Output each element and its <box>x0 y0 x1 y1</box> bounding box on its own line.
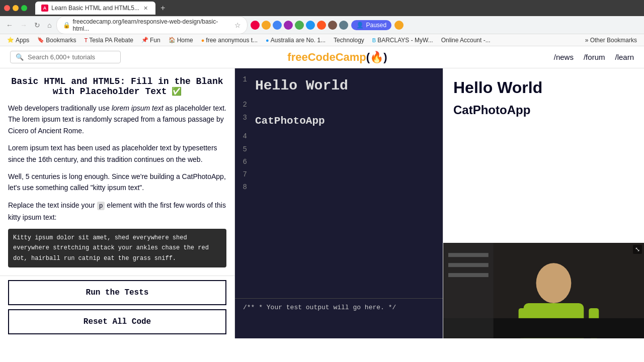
video-area: ⤡ <box>443 243 644 338</box>
code-line: 3CatPhotoApp <box>235 112 443 131</box>
lesson-para-3: Well, 5 centuries is long enough. Since … <box>8 171 226 194</box>
toolbar-icons <box>251 21 348 30</box>
run-tests-button[interactable]: Run the Tests <box>8 280 226 305</box>
refresh-button[interactable]: ↻ <box>32 20 42 30</box>
line-number: 5 <box>235 143 255 156</box>
code-line: 8 <box>235 181 443 194</box>
bookmarks-bar: ⭐ Apps 🔖 Bookmarks T Tesla PA Rebate 📌 F… <box>0 34 644 46</box>
line-code: Hello World <box>255 73 348 99</box>
nav-news[interactable]: /news <box>554 53 574 61</box>
line-number: 4 <box>235 130 255 143</box>
code-line: 2 <box>235 99 443 111</box>
bookmark-other[interactable]: » Other Bookmarks <box>582 36 640 45</box>
url-text: freecodecamp.org/learn/responsive-web-de… <box>72 18 232 32</box>
video-placeholder: ⤡ <box>443 243 644 338</box>
tab-favicon: A <box>41 5 48 12</box>
test-output-text: /** * Your test output will go here. */ <box>243 304 396 311</box>
ext-icon-1[interactable] <box>251 21 260 30</box>
search-icon: 🔍 <box>16 53 24 61</box>
preview-h2: CatPhotoApp <box>453 103 634 117</box>
lesson-panel: Basic HTML and HTML5: Fill in the Blank … <box>0 68 235 338</box>
ext-icon-7[interactable] <box>317 21 326 30</box>
user-avatar[interactable] <box>394 21 404 30</box>
ext-icon-8[interactable] <box>328 21 337 30</box>
bookmark-anon[interactable]: ● free anonymous t... <box>198 36 261 45</box>
kitty-ipsum-block: Kitty ipsum dolor sit amet, shed everywh… <box>8 229 226 267</box>
fcc-navigation: /news /forum /learn <box>554 53 634 61</box>
bookmark-bookmarks[interactable]: 🔖 Bookmarks <box>34 36 79 45</box>
address-bar[interactable]: 🔒 freecodecamp.org/learn/responsive-web-… <box>56 16 248 34</box>
ext-icon-9[interactable] <box>339 21 348 30</box>
active-tab[interactable]: A Learn Basic HTML and HTML5... ✕ <box>35 2 155 15</box>
paused-label: Paused <box>366 22 386 29</box>
bookmark-technology[interactable]: Technology <box>331 36 367 45</box>
minimize-button[interactable] <box>13 5 19 11</box>
line-number: 1 <box>235 73 255 86</box>
nav-learn[interactable]: /learn <box>615 53 634 61</box>
ext-icon-6[interactable] <box>306 21 315 30</box>
paused-button[interactable]: 👤 Paused <box>351 20 391 30</box>
lesson-title: Basic HTML and HTML5: Fill in the Blank … <box>8 76 226 97</box>
search-bar[interactable]: 🔍 Search 6,000+ tutorials <box>10 51 121 63</box>
code-line: 4 <box>235 130 443 143</box>
tab-title: Learn Basic HTML and HTML5... <box>51 5 139 12</box>
line-number: 2 <box>235 99 255 111</box>
back-button[interactable]: ← <box>4 20 15 30</box>
checkmark-icon: ✅ <box>167 87 182 97</box>
code-line: 1Hello World <box>235 73 443 99</box>
ext-icon-5[interactable] <box>295 21 304 30</box>
code-editor[interactable]: 1Hello World23CatPhotoApp45678 <box>235 68 443 298</box>
bookmark-tesla[interactable]: T Tesla PA Rebate <box>81 36 136 45</box>
flame-icon: 🔥 <box>370 51 383 63</box>
svg-rect-10 <box>448 273 489 277</box>
close-button[interactable] <box>4 5 10 11</box>
maximize-button[interactable] <box>21 5 27 11</box>
code-editor-panel: 1Hello World23CatPhotoApp45678 /** * You… <box>235 68 443 338</box>
new-tab-button[interactable]: + <box>157 4 168 13</box>
fcc-header: 🔍 Search 6,000+ tutorials freeCodeCamp(🔥… <box>0 46 644 68</box>
bookmark-online[interactable]: Online Account -... <box>438 36 494 45</box>
code-line: 5 <box>235 143 443 156</box>
reset-code-button[interactable]: Reset All Code <box>8 309 226 334</box>
bookmark-apps[interactable]: ⭐ Apps <box>4 36 32 45</box>
bookmark-home[interactable]: 🏠 Home <box>166 36 196 45</box>
lesson-body: Web developers traditionally use lorem i… <box>8 103 226 267</box>
preview-panel: Hello World CatPhotoApp <box>443 68 644 338</box>
video-expand-icon[interactable]: ⤡ <box>633 245 642 254</box>
home-button[interactable]: ⌂ <box>45 20 53 30</box>
code-line: 6 <box>235 156 443 168</box>
line-code: CatPhotoApp <box>255 112 325 131</box>
tab-close-icon[interactable]: ✕ <box>142 5 149 12</box>
button-area: Run the Tests Reset All Code <box>0 276 234 338</box>
test-output-area: /** * Your test output will go here. */ <box>235 298 443 338</box>
bookmark-barclays[interactable]: B BARCLAYS - MyW... <box>369 36 436 45</box>
ext-icon-3[interactable] <box>273 21 282 30</box>
forward-button[interactable]: → <box>18 20 29 30</box>
svg-point-2 <box>536 263 572 303</box>
svg-rect-9 <box>448 263 489 267</box>
paused-icon: 👤 <box>356 22 364 29</box>
ext-icon-4[interactable] <box>284 21 293 30</box>
lesson-para-2: Lorem ipsum text has been used as placeh… <box>8 142 226 165</box>
nav-forum[interactable]: /forum <box>584 53 605 61</box>
line-number: 6 <box>235 156 255 168</box>
svg-rect-7 <box>443 243 494 338</box>
traffic-lights <box>4 5 27 11</box>
lorem-ipsum-em: lorem ipsum text <box>112 104 164 112</box>
bookmark-star-icon[interactable]: ☆ <box>234 21 241 29</box>
p-code-inline: p <box>97 202 105 210</box>
bookmark-fun[interactable]: 📌 Fun <box>138 36 164 45</box>
fcc-logo: freeCodeCamp(🔥) <box>287 51 387 64</box>
line-number: 8 <box>235 181 255 194</box>
bookmark-australia[interactable]: ● Australia are No. 1... <box>263 36 329 45</box>
lesson-para-1: Web developers traditionally use lorem i… <box>8 103 226 136</box>
preview-h1: Hello World <box>453 78 634 97</box>
content-area: Basic HTML and HTML5: Fill in the Blank … <box>0 68 644 338</box>
line-number: 7 <box>235 168 255 181</box>
line-number: 3 <box>235 112 255 124</box>
search-placeholder: Search 6,000+ tutorials <box>28 53 95 61</box>
ext-icon-2[interactable] <box>262 21 271 30</box>
code-line: 7 <box>235 168 443 181</box>
svg-rect-8 <box>448 253 489 257</box>
lesson-para-4: Replace the text inside your p element w… <box>8 200 226 223</box>
